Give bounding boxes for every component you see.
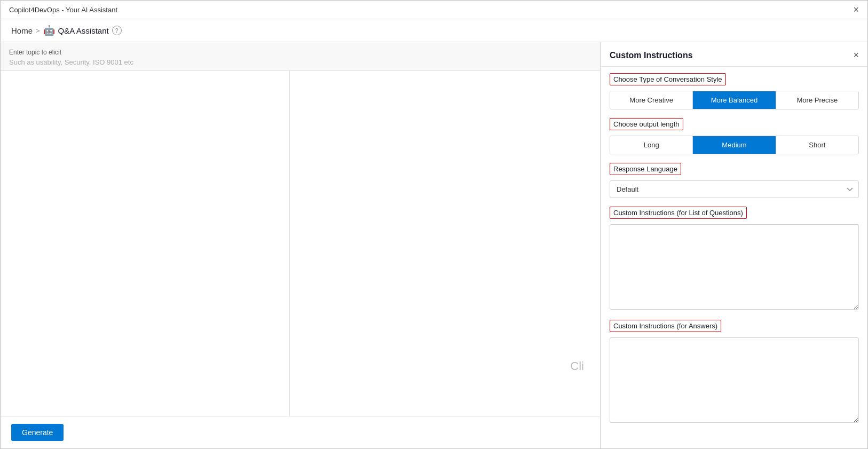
length-long-button[interactable]: Long	[610, 136, 693, 154]
help-icon[interactable]: ?	[112, 26, 122, 35]
style-precise-button[interactable]: More Precise	[776, 91, 858, 109]
response-language-label: Response Language	[610, 163, 681, 175]
conversation-style-buttons: More Creative More Balanced More Precise	[610, 91, 859, 109]
output-length-buttons: Long Medium Short	[610, 136, 859, 154]
right-content-pane: Cli	[290, 71, 600, 416]
qa-assistant-icon: 🤖	[43, 25, 55, 36]
window-close-button[interactable]: ×	[853, 5, 859, 14]
breadcrumb: Home > 🤖 Q&A Assistant ?	[1, 19, 867, 42]
panel-title: Custom Instructions	[610, 51, 693, 60]
conversation-style-section: Choose Type of Conversation Style More C…	[610, 73, 859, 109]
click-hint-text: Cli	[570, 359, 584, 373]
panel-close-button[interactable]: ×	[853, 50, 859, 61]
style-creative-button[interactable]: More Creative	[610, 91, 693, 109]
panel-body: Choose Type of Conversation Style More C…	[601, 67, 867, 448]
custom-instructions-answers-label: Custom Instructions (for Answers)	[610, 320, 721, 332]
generate-bar: Generate	[1, 416, 600, 448]
conversation-style-label: Choose Type of Conversation Style	[610, 73, 726, 85]
custom-instructions-answers-textarea[interactable]	[610, 337, 859, 423]
breadcrumb-current-page: Q&A Assistant	[58, 26, 109, 35]
content-area: Cli	[1, 71, 600, 416]
custom-instructions-questions-textarea[interactable]	[610, 224, 859, 310]
breadcrumb-separator: >	[36, 27, 40, 35]
custom-instructions-questions-label: Custom Instructions (for List of Questio…	[610, 207, 747, 219]
topic-placeholder: Such as usability, Security, ISO 9001 et…	[9, 58, 591, 66]
breadcrumb-home-link[interactable]: Home	[11, 26, 33, 35]
output-length-section: Choose output length Long Medium Short	[610, 118, 859, 154]
length-short-button[interactable]: Short	[776, 136, 858, 154]
window-title: Copilot4DevOps - Your AI Assistant	[9, 6, 117, 14]
custom-instructions-questions-section: Custom Instructions (for List of Questio…	[610, 207, 859, 320]
response-language-select[interactable]: Default English Spanish French German	[610, 180, 859, 198]
app-window: Copilot4DevOps - Your AI Assistant × Hom…	[0, 0, 868, 449]
generate-button[interactable]: Generate	[11, 424, 64, 441]
length-medium-button[interactable]: Medium	[693, 136, 776, 154]
left-content-pane	[1, 71, 290, 416]
topic-section: Enter topic to elicit Such as usability,…	[1, 42, 600, 71]
style-balanced-button[interactable]: More Balanced	[693, 91, 776, 109]
custom-instructions-answers-section: Custom Instructions (for Answers)	[610, 320, 859, 433]
panel-header: Custom Instructions ×	[601, 42, 867, 67]
main-area: Enter topic to elicit Such as usability,…	[1, 42, 867, 448]
output-length-label: Choose output length	[610, 118, 683, 130]
response-language-section: Response Language Default English Spanis…	[610, 163, 859, 207]
custom-instructions-panel: Custom Instructions × Choose Type of Con…	[601, 42, 867, 448]
title-bar: Copilot4DevOps - Your AI Assistant ×	[1, 1, 867, 19]
topic-label: Enter topic to elicit	[9, 49, 591, 56]
left-panel: Enter topic to elicit Such as usability,…	[1, 42, 601, 448]
